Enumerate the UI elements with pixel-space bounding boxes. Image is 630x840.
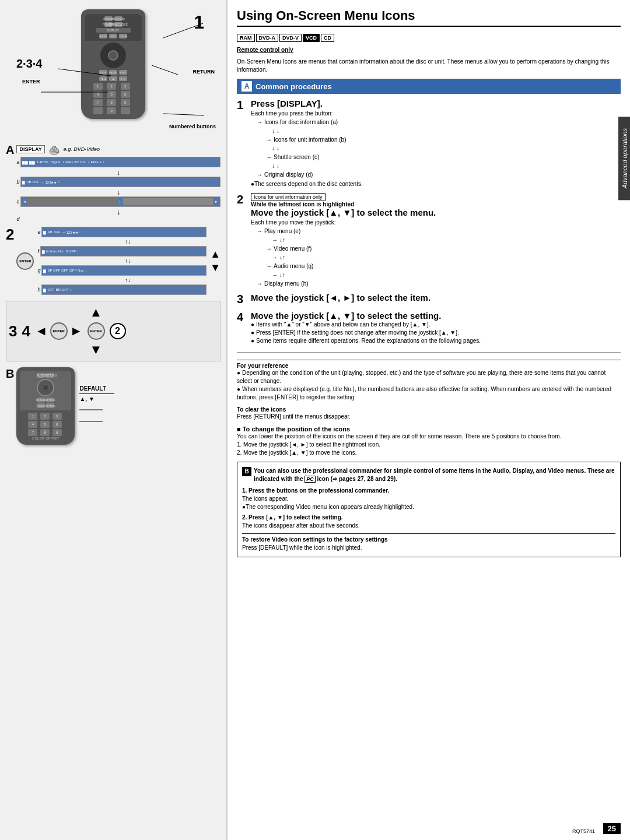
section-b-label: B xyxy=(6,367,14,381)
right-panel: Using On-Screen Menu Icons RAM DVD-A DVD… xyxy=(228,0,630,840)
display-button: DISPLAY xyxy=(96,28,131,33)
flow-item-2: Icons for unit information (b) xyxy=(257,135,621,144)
section-a-letter: A xyxy=(242,81,252,92)
b-circle: B xyxy=(242,467,251,476)
bullet-1: Items with "▲" or "▼" above and below ca… xyxy=(251,321,621,329)
to-change-step-1: 1. Move the joystick [◄, ►] to select th… xyxy=(237,441,621,449)
default-arrow-label: ▲, ▼ xyxy=(79,396,126,402)
flow-arrow-2: ↓ xyxy=(257,144,621,153)
step-2-subtitle: While the leftmost icon is highlighted xyxy=(251,201,621,208)
step-1-note: ●The screens depend on the disc contents… xyxy=(251,180,621,188)
badge-dvda: DVD-A xyxy=(256,34,279,42)
enter-circle-e: ENTER xyxy=(16,252,34,270)
ref-bullets: Depending on the condition of the unit (… xyxy=(237,369,621,402)
flow-item-4: Original display (d) xyxy=(257,170,621,179)
label-numbered-buttons: Numbered buttons xyxy=(169,124,216,129)
page-number: 25 xyxy=(603,823,621,834)
step-1-subtext: Each time you press the button: xyxy=(251,110,621,118)
bullet-3: Some items require different operations.… xyxy=(251,337,621,345)
number-grid: 123 456 789 0 xyxy=(93,83,134,114)
joystick xyxy=(100,43,126,68)
default-label: DEFAULT xyxy=(79,385,126,392)
step-2-title: Move the joystick [▲, ▼] to select the m… xyxy=(251,208,621,217)
rqt-number: RQT5741 xyxy=(572,828,595,834)
screen-row-g: g ▇SP OFFOFFOFFNor.↕ xyxy=(37,265,206,276)
flow-updown-1: ↓↑ xyxy=(257,236,621,244)
section-a-content: DISPLAY e.g. DVD-Video a ▇▇▇▇1:46:50 Dig… xyxy=(16,143,220,222)
sidebar-tab: Advanced operations xyxy=(618,117,630,200)
step-4: 4 Move the joystick [▲, ▼] to select the… xyxy=(237,311,621,345)
step-1-title: Press [DISPLAY]. xyxy=(251,99,621,108)
flow-arrow-3: ↓ xyxy=(257,161,621,170)
step-2-subtext: Each time you move the joystick: xyxy=(251,219,621,227)
label-return: RETURN xyxy=(193,69,215,75)
ref-bullet-2: When numbers are displayed (e.g. title N… xyxy=(237,385,621,402)
screen-row-d: d xyxy=(16,216,220,222)
for-reference: For your reference Depending on the cond… xyxy=(237,360,621,402)
callout-234: 2·3·4 xyxy=(16,57,42,71)
screen-row-h: h ▇OFFBRIGHT↕ xyxy=(37,284,206,295)
numbered-badge-2: 2 xyxy=(110,323,126,339)
section-b-area: B AUDIOSETTING PICTURESETTING VIDEOSETTI… xyxy=(6,367,220,445)
flow-e: Play menu (e) xyxy=(257,227,621,236)
svg-rect-7 xyxy=(51,148,53,152)
unit-info-box: Icons for unit information only xyxy=(251,193,326,201)
left-panel: 1 2·3·4 CONTROL PRODUCER POWER OPEN/CLOS… xyxy=(0,0,228,840)
label-enter: ENTER xyxy=(22,79,40,85)
restore-text: Press [DEFAULT] while the icon is highli… xyxy=(242,544,615,552)
step-1-number: 1 xyxy=(237,99,247,112)
divider-1 xyxy=(237,352,621,353)
screen-row-b: b ▇ABOFF---123★★↕ xyxy=(16,177,220,187)
callout-1: 1 xyxy=(194,12,204,33)
step-4-bullets: Items with "▲" or "▼" above and below ca… xyxy=(251,321,621,345)
flow-item-3: Shuttle screen (c) xyxy=(257,153,621,161)
svg-line-3 xyxy=(152,65,178,75)
to-clear-section: To clear the icons Press [RETURN] until … xyxy=(237,406,621,421)
to-change-title: ■ To change the position of the icons xyxy=(237,426,621,433)
b-box: B You can also use the professional comm… xyxy=(237,462,621,557)
step-3: 3 Move the joystick [◄, ►] to select the… xyxy=(237,293,621,306)
ref-title: For your reference xyxy=(237,363,621,369)
section-a-header: A Common procedures xyxy=(237,79,621,94)
b-step-1: 1. Press the buttons on the professional… xyxy=(242,487,615,511)
step-1-flow: Icons for disc information (a) ↓ Icons f… xyxy=(251,118,621,179)
to-change-step-2: 2. Move the joystick [▲, ▼] to move the … xyxy=(237,449,621,457)
step-1: 1 Press [DISPLAY]. Each time you press t… xyxy=(237,99,621,188)
remote-b-control: AUDIOSETTING PICTURESETTING VIDEOSETTING… xyxy=(16,367,75,445)
to-change-text: You can lower the position of the icons … xyxy=(237,433,621,441)
to-change-section: ■ To change the position of the icons Yo… xyxy=(237,426,621,457)
enter-circle-34b: ENTER xyxy=(88,322,105,340)
screen-row-f: f ▇NAutoNor.0OFF↕ xyxy=(37,246,206,256)
svg-line-4 xyxy=(163,114,204,115)
b-box-text: You can also use the professional comman… xyxy=(254,467,615,483)
flow-updown-3: ↓↑ xyxy=(257,270,621,279)
restore-title: To restore Video icon settings to the fa… xyxy=(242,536,615,544)
step-4-number: 4 xyxy=(237,311,247,324)
badge-ram: RAM xyxy=(237,34,255,42)
section-2-number: 2 xyxy=(6,227,14,242)
eg-dvd-label: e.g. DVD-Video xyxy=(64,146,100,152)
flow-arrow-1: ↓ xyxy=(257,126,621,135)
badge-dvdv: DVD-V xyxy=(279,34,302,42)
intro-text: On-Screen Menu Icons are menus that cont… xyxy=(237,58,621,74)
section-2-area: 2 ENTER e ▇ABOFF---123★★↕ ↑↓ f xyxy=(6,227,220,295)
restore-section: To restore Video icon settings to the fa… xyxy=(242,533,615,552)
section-a-area: A DISPLAY e.g. DVD-Video a ▇▇▇▇1:46:50 D xyxy=(6,143,220,222)
bullet-2: Press [ENTER] if the setting does not ch… xyxy=(251,329,621,337)
step-3-number: 3 xyxy=(237,293,247,306)
enter-circle-34: ENTER xyxy=(50,322,68,340)
remote-control-top: CONTROL PRODUCER POWER OPEN/CLOSE DISPLA… xyxy=(81,9,145,119)
section-4-number: 4 xyxy=(22,322,30,340)
screen-row-c: c ◄||► xyxy=(16,196,220,207)
pg-icon: PC xyxy=(304,476,316,483)
right-wrapper: Using On-Screen Menu Icons RAM DVD-A DVD… xyxy=(228,0,630,840)
remote-top-diagram: 1 2·3·4 CONTROL PRODUCER POWER OPEN/CLOS… xyxy=(6,6,220,140)
page-title: Using On-Screen Menu Icons xyxy=(237,8,621,27)
to-clear-title: To clear the icons xyxy=(237,406,621,413)
b-step-2: 2. Press [▲, ▼] to select the setting. T… xyxy=(242,514,615,530)
default-arrow-lines xyxy=(79,404,126,427)
flow-g: Audio menu (g) xyxy=(257,262,621,270)
screen-row-a: a ▇▇▇▇1:46:50 Digital 1 ENG 3/2.1ch 1 EN… xyxy=(16,157,220,167)
hand-icon xyxy=(48,143,60,155)
svg-rect-9 xyxy=(56,149,58,153)
